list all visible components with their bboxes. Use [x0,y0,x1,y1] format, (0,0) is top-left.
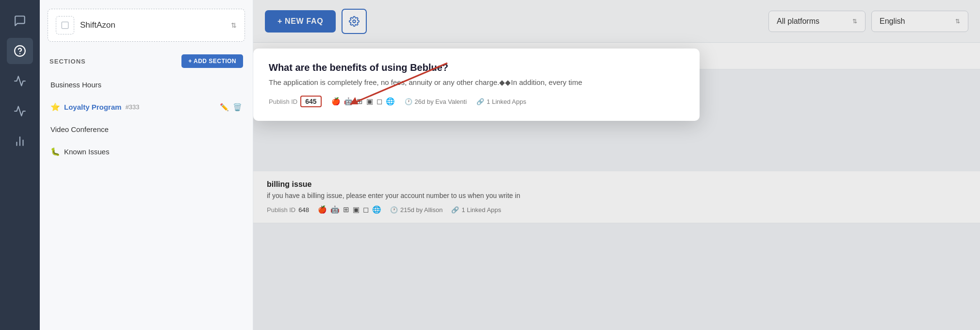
edit-icon[interactable]: ✏️ [220,103,229,112]
workspace-name: ShiftAzon [80,20,225,30]
sections-title: SECTIONS [49,58,86,65]
workspace-icon [56,16,74,34]
section-label: Loyalty Program [64,103,121,111]
web-icon: 🌐 [386,97,395,106]
delete-icon[interactable]: 🗑️ [233,103,242,112]
bug-icon: 🐛 [50,147,60,156]
sidebar-item-chat[interactable] [7,8,33,34]
sidebar [0,0,40,330]
modal-time-info: 🕐 26d by Eva Valenti [405,98,467,105]
android-icon: 🤖 [344,97,353,106]
section-label: Known Issues [64,148,109,156]
tablet-icon: ◻ [376,97,382,106]
modal-publish-id-number: 645 [300,96,321,107]
section-item-video-conference[interactable]: Video Conference [44,118,249,140]
section-item-loyalty-program[interactable]: ⭐ Loyalty Program #333 ✏️ 🗑️ [44,96,249,118]
section-list: Business Hours ⭐ Loyalty Program #333 ✏️… [40,74,253,163]
section-label: Business Hours [50,81,101,89]
modal-faq-645: What are the benefits of using Beblue? T… [253,49,700,121]
apple-icon: 🍎 [331,97,341,106]
sidebar-item-campaign[interactable] [7,68,33,94]
time-ago: 26d by Eva Valenti [415,98,467,105]
linked-apps-label: 1 Linked Apps [487,98,526,105]
sections-header: SECTIONS + ADD SECTION [40,50,253,74]
faq-list: Publish ID 644 🍎 🤖 ⊞ ▣ ◻ 🌐 🕐 169d by Ala… [253,43,980,330]
clock-icon: 🕐 [405,98,412,105]
sidebar-item-activity[interactable] [7,98,33,124]
workspace-arrows-icon: ⇅ [231,21,237,29]
svg-rect-5 [62,22,68,29]
section-item-known-issues[interactable]: 🐛 Known Issues [44,140,249,163]
windows-icon: ⊞ [357,97,363,106]
modal-linked-apps: 🔗 1 Linked Apps [476,98,526,105]
main-content: + NEW FAQ All platforms ⇅ English ⇅ Publ… [253,0,980,330]
section-actions: ✏️ 🗑️ [220,103,242,112]
modal-body: The application is completely free, no f… [269,78,684,87]
publish-id-label: Publish ID [269,98,297,105]
left-panel: ShiftAzon ⇅ SECTIONS + ADD SECTION Busin… [40,0,253,330]
modal-publish-id: Publish ID 645 [269,96,322,107]
sidebar-item-analytics[interactable] [7,128,33,154]
workspace-selector[interactable]: ShiftAzon ⇅ [48,9,245,42]
star-icon: ⭐ [50,102,60,112]
section-number: #333 [125,103,139,111]
section-label: Video Conference [50,125,109,133]
monitor-icon: ▣ [366,97,373,106]
modal-meta: Publish ID 645 🍎 🤖 ⊞ ▣ ◻ 🌐 🕐 26d by Eva … [269,96,684,107]
add-section-button[interactable]: + ADD SECTION [181,54,243,68]
modal-title: What are the benefits of using Beblue? [269,62,684,73]
section-item-business-hours[interactable]: Business Hours [44,74,249,96]
link-icon: 🔗 [476,98,484,105]
modal-platform-icons: 🍎 🤖 ⊞ ▣ ◻ 🌐 [331,97,395,106]
sidebar-item-help[interactable] [7,38,33,64]
modal-overlay[interactable]: What are the benefits of using Beblue? T… [253,43,980,330]
